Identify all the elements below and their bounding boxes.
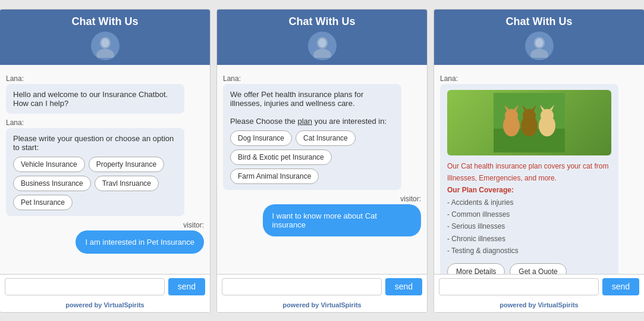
svg-point-7: [530, 49, 548, 58]
visitor-label-2: visitor:: [223, 195, 421, 203]
bot-bubble-2: We offer Pet health insurance plans for …: [223, 84, 401, 190]
chat-body-2: Lana: We offer Pet health insurance plan…: [217, 65, 427, 274]
chat-title-3: Chat With Us: [506, 15, 573, 28]
send-button-2[interactable]: send: [385, 278, 422, 295]
chat-input-area-3: send: [434, 274, 644, 299]
cat-image: [447, 90, 611, 155]
svg-point-4: [313, 49, 331, 58]
option-buttons-2: Dog Insurance Cat Insurance Bird & Exoti…: [230, 130, 394, 184]
svg-point-16: [523, 109, 536, 122]
option-cat-insurance[interactable]: Cat Insurance: [296, 130, 356, 146]
chat-header-1: Chat With Us: [0, 10, 210, 65]
option-property-insurance[interactable]: Property Insurance: [89, 157, 164, 172]
coverage-text: Our Cat health insurance plan covers you…: [447, 160, 611, 257]
visitor-label-1: visitor:: [6, 221, 204, 229]
svg-point-12: [505, 109, 518, 122]
chat-body-3: Lana:: [434, 65, 644, 274]
avatar-icon-1: [91, 32, 120, 60]
chat-body-1: Lana: Hello and welcome to our Insurance…: [0, 65, 210, 274]
chat-widget-2: Chat With Us Lana: We offer Pet health i…: [216, 9, 428, 313]
option-travl-insruance[interactable]: Travl Insruance: [95, 176, 159, 191]
more-details-button[interactable]: More Details: [447, 263, 505, 274]
get-quote-button[interactable]: Get a Quote: [510, 263, 566, 274]
chat-widget-1: Chat With Us Lana: Hello and welcome to …: [0, 9, 211, 313]
chat-input-1[interactable]: [5, 278, 165, 295]
option-business-insurance[interactable]: Business Insurance: [13, 176, 91, 191]
bot-bubble-1a: Hello and welcome to our Insurance Chatb…: [6, 84, 184, 114]
visitor-bubble-1: I am interested in Pet Insurance: [76, 230, 204, 254]
send-button-3[interactable]: send: [602, 278, 639, 295]
svg-point-20: [541, 109, 554, 122]
option-dog-insurance[interactable]: Dog Insurance: [230, 130, 292, 146]
chat-widgets-container: Chat With Us Lana: Hello and welcome to …: [0, 9, 644, 313]
svg-point-5: [318, 38, 326, 47]
powered-by-3: powered by VirtualSpirits: [434, 299, 644, 312]
chat-title-1: Chat With Us: [72, 15, 139, 28]
option-buttons-1: Vehicle Insurance Property Insurance Bus…: [13, 157, 177, 210]
chat-title-2: Chat With Us: [289, 15, 356, 28]
option-farm-animal[interactable]: Farm Animal Insurance: [230, 169, 319, 184]
chat-input-area-1: send: [0, 274, 210, 299]
lana-label-2: Lana:: [223, 74, 421, 83]
svg-point-8: [535, 38, 543, 47]
option-vehicle-insurance[interactable]: Vehicle Insurance: [13, 157, 85, 172]
visitor-bubble-2: I want to know more about Cat insurance: [263, 204, 421, 236]
bot-bubble-3: Our Cat health insurance plan covers you…: [440, 84, 618, 274]
lana-label-1b: Lana:: [6, 119, 204, 127]
chat-input-2[interactable]: [222, 278, 382, 295]
chat-widget-3: Chat With Us Lana:: [433, 9, 644, 313]
lana-label-3: Lana:: [440, 74, 638, 83]
avatar-icon-2: [308, 32, 337, 60]
svg-point-2: [101, 38, 109, 47]
chat-header-3: Chat With Us: [434, 10, 644, 65]
svg-point-1: [96, 49, 114, 58]
option-pet-insurance[interactable]: Pet Insurance: [13, 195, 73, 210]
option-bird-exotic[interactable]: Bird & Exotic pet Insurance: [230, 149, 332, 165]
chat-input-area-2: send: [217, 274, 427, 299]
bot-bubble-1b: Please write your question or choose an …: [6, 128, 184, 216]
action-buttons: More Details Get a Quote: [447, 263, 611, 274]
powered-by-2: powered by VirtualSpirits: [217, 299, 427, 312]
send-button-1[interactable]: send: [168, 278, 205, 295]
chat-input-3[interactable]: [439, 278, 599, 295]
chat-header-2: Chat With Us: [217, 10, 427, 65]
avatar-icon-3: [525, 32, 554, 60]
powered-by-1: powered by VirtualSpirits: [0, 299, 210, 312]
lana-label-1a: Lana:: [6, 74, 204, 83]
